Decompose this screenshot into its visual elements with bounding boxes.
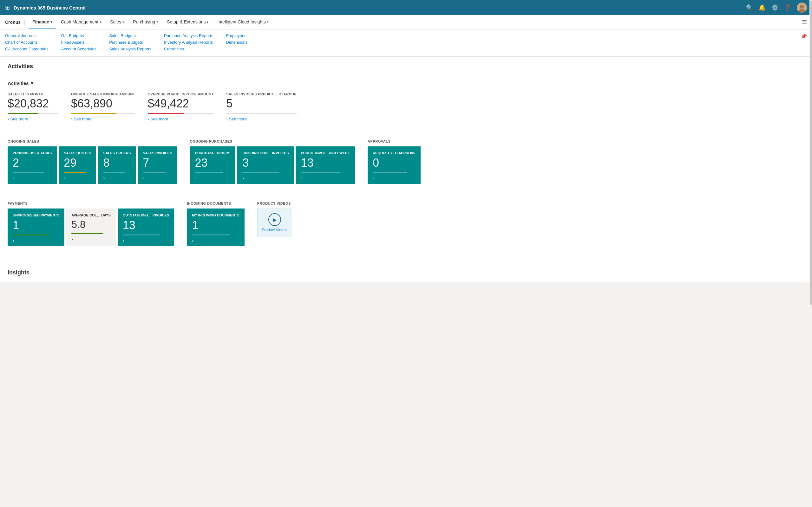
stat-value: 5 [226,97,296,110]
product-video-tile[interactable]: ▶ Product Videos [257,209,292,237]
nav-item-sales[interactable]: Sales ▾ [106,15,128,29]
tile-bar-green [13,234,50,235]
dropdown-link-employees[interactable]: Employees [226,33,247,38]
notification-icon[interactable]: 🔔 [759,4,766,11]
help-icon[interactable]: ❓ [784,4,791,11]
chevron-right-icon[interactable]: › [373,176,415,181]
chevron-right-icon[interactable]: › [64,176,91,181]
chevron-right-icon: › [148,117,149,121]
tile-bar [373,172,407,173]
dropdown-link-purchase-budgets[interactable]: Purchase Budgets [109,40,151,45]
nav-item-finance[interactable]: Finance ▾ [29,15,56,29]
company-name: Cronus [5,20,25,25]
scrollbar-thumb[interactable] [810,1,812,283]
dropdown-link-currencies[interactable]: Currencies [164,47,213,51]
ongoing-sales-tiles: PENDING USER TASKS 2 › SALES QUOTES 29 ›… [8,147,177,184]
play-button-icon[interactable]: ▶ [268,213,281,226]
dropdown-link-fixed-assets[interactable]: Fixed Assets [61,40,96,45]
nav-item-intelligent-cloud[interactable]: Intelligent Cloud Insights ▾ [213,15,272,29]
tile-outstanding-invoices[interactable]: OUTSTANDING… INVOICES 13 › [118,209,174,246]
hamburger-icon[interactable]: ☰ [802,19,807,26]
top-bar: ⊞ Dynamics 365 Business Central 🔍 🔔 ⚙️ ❓ [0,0,812,15]
chevron-right-icon[interactable]: › [143,176,172,181]
ongoing-purchases-group: ONGOING PURCHASES PURCHASE ORDERS 23 › O… [190,139,355,184]
chevron-right-icon[interactable]: › [103,176,131,181]
waffle-icon[interactable]: ⊞ [5,4,10,11]
tile-sales-orders[interactable]: SALES ORDERS 8 › [98,147,136,184]
tile-requests-to-approve[interactable]: REQUESTS TO APPROVE 0 › [368,147,420,184]
product-videos-label[interactable]: Product Videos [262,228,287,232]
chevron-right-icon[interactable]: › [301,176,350,181]
tile-average-collection-days[interactable]: AVERAGE COL… DAYS 5.8 › [66,209,115,246]
payments-tiles: UNPROCESSED PAYMENTS 1 › AVERAGE COL… DA… [8,209,174,246]
ongoing-sales-title: ONGOING SALES [8,139,177,143]
stat-bar-yellow [71,113,135,114]
tile-sales-quotes[interactable]: SALES QUOTES 29 › [59,147,96,184]
top-bar-right: 🔍 🔔 ⚙️ ❓ [746,3,807,13]
see-more-link[interactable]: › See more [226,117,296,121]
dropdown-link-purchase-analysis-reports[interactable]: Purchase Analysis Reports [164,33,213,38]
dropdown-link-sales-analysis-reports[interactable]: Sales Analysis Reports [109,47,151,51]
page-section-title: Activities [8,63,804,70]
search-icon[interactable]: 🔍 [746,4,753,11]
dropdown-link-general-journals[interactable]: General Journals [5,33,49,38]
ongoing-purchases-tiles: PURCHASE ORDERS 23 › ONGOING PUR… INVOIC… [190,147,355,184]
nav-item-purchasing[interactable]: Purchasing ▾ [129,15,162,29]
nav-item-cash-management[interactable]: Cash Management ▾ [57,15,105,29]
tile-ongoing-pur-invoices[interactable]: ONGOING PUR… INVOICES 3 › [237,147,294,184]
dropdown-link-chart-of-accounts[interactable]: Chart of Accounts [5,40,49,45]
stat-value: $63,890 [71,97,135,110]
avatar[interactable] [797,3,807,13]
settings-icon[interactable]: ⚙️ [771,4,778,11]
app-title: Dynamics 365 Business Central [14,5,86,10]
scrollbar[interactable] [809,0,812,282]
activities-header[interactable]: Activities ▾ [8,80,804,86]
dropdown-col-4: Purchase Analysis Reports Inventory Anal… [164,33,213,51]
chevron-down-icon: ▾ [207,20,208,24]
svg-point-1 [800,5,804,9]
tile-purch-invoi-next-week[interactable]: PURCH. INVOI… NEXT WEEK 13 › [296,147,355,184]
tile-bar [64,172,86,173]
see-more-link[interactable]: › See more [148,117,214,121]
chevron-right-icon[interactable]: › [192,238,240,243]
chevron-right-icon[interactable]: › [242,176,289,181]
incoming-documents-group: INCOMING DOCUMENTS MY INCOMING DOCUMENTS… [187,202,245,246]
product-videos-group: PRODUCT VIDEOS ▶ Product Videos [257,202,292,237]
tile-pending-user-tasks[interactable]: PENDING USER TASKS 2 › [8,147,57,184]
chevron-down-icon: ▾ [156,20,158,24]
chevron-right-icon[interactable]: › [13,176,52,181]
insights-divider [8,264,804,264]
approvals-title: APPROVALS [368,139,420,143]
dropdown-link-dimensions[interactable]: Dimensions [226,40,247,45]
dropdown-link-gl-budgets[interactable]: G/L Budgets [61,33,96,38]
top-bar-left: ⊞ Dynamics 365 Business Central [5,4,86,11]
chevron-right-icon: › [226,117,227,121]
dropdown-link-sales-budgets[interactable]: Sales Budgets [109,33,151,38]
dropdown-link-gl-account-categories[interactable]: G/L Account Categories [5,47,49,51]
product-videos-tiles: ▶ Product Videos [257,209,292,237]
tile-bar [195,172,223,173]
tile-purchase-orders[interactable]: PURCHASE ORDERS 23 › [190,147,236,184]
chevron-down-icon: ▾ [50,20,52,24]
ongoing-purchases-title: ONGOING PURCHASES [190,139,355,143]
tile-sales-invoices[interactable]: SALES INVOICES 7 › [138,147,177,184]
dropdown-link-account-schedules[interactable]: Account Schedules [61,47,96,51]
ongoing-sales-group: ONGOING SALES PENDING USER TASKS 2 › SAL… [8,139,177,184]
see-more-link[interactable]: › See more [71,117,135,121]
stat-bar-green [8,113,58,114]
chevron-right-icon[interactable]: › [71,237,110,242]
payments-group: PAYMENTS UNPROCESSED PAYMENTS 1 › AVERAG… [8,202,174,246]
stat-label: OVERDUE SALES INVOICE AMOUNT [71,92,135,96]
nav-item-setup-extensions[interactable]: Setup & Extensions ▾ [163,15,212,29]
chevron-right-icon[interactable]: › [123,238,169,243]
chevron-right-icon[interactable]: › [13,238,59,243]
see-more-link[interactable]: › See more [8,117,58,121]
approvals-group: APPROVALS REQUESTS TO APPROVE 0 › [368,139,420,184]
chevron-right-icon[interactable]: › [195,176,231,181]
tile-unprocessed-payments[interactable]: UNPROCESSED PAYMENTS 1 › [8,209,64,246]
pin-icon[interactable]: 📌 [801,33,807,39]
dropdown-link-inventory-analysis-reports[interactable]: Inventory Analysis Reports [164,40,213,45]
stat-value: $49,422 [148,97,214,110]
main-nav: Cronus Finance ▾ Cash Management ▾ Sales… [0,15,812,30]
tile-my-incoming-documents[interactable]: MY INCOMING DOCUMENTS 1 › [187,209,245,246]
